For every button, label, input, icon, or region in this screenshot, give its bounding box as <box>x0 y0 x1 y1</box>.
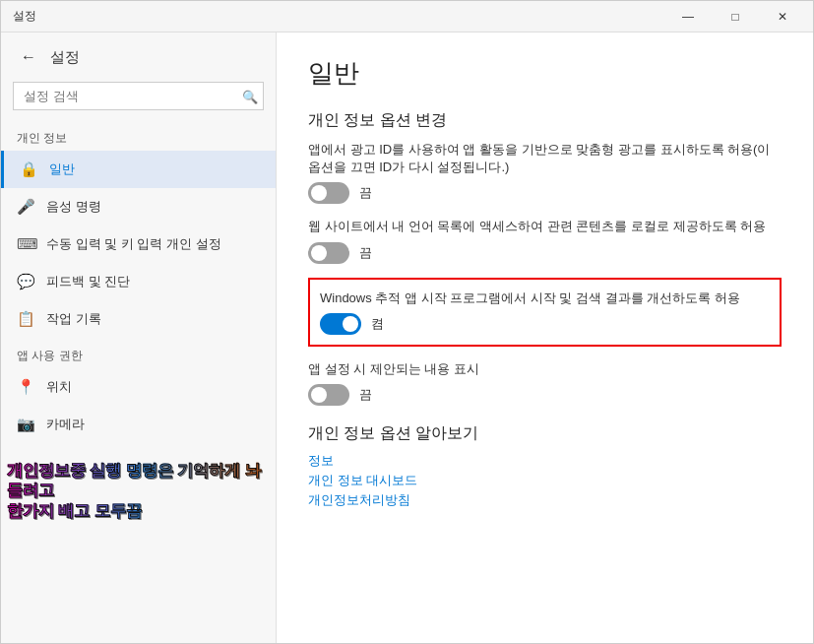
maximize-button[interactable]: □ <box>713 1 758 32</box>
setting-ad-id-description: 앱에서 광고 ID를 사용하여 앱 활동을 기반으로 맞춤형 광고를 표시하도록… <box>308 141 782 176</box>
lock-icon: 🔒 <box>20 161 37 178</box>
right-panel: 일반 개인 정보 옵션 변경 앱에서 광고 ID를 사용하여 앱 활동을 기반으… <box>277 32 813 643</box>
sidebar-item-feedback-label: 피드백 및 진단 <box>46 273 130 290</box>
sidebar-item-location-label: 위치 <box>46 378 72 396</box>
search-input[interactable] <box>13 82 264 110</box>
sidebar-title: 설정 <box>50 48 80 67</box>
search-icon[interactable]: 🔍 <box>242 89 258 103</box>
link-dashboard[interactable]: 개인 정보 대시보드 <box>308 472 782 489</box>
section-title-options: 개인 정보 옵션 변경 <box>308 110 782 131</box>
sidebar-item-input[interactable]: ⌨ 수동 입력 및 키 입력 개인 설정 <box>1 225 276 263</box>
link-info[interactable]: 정보 <box>308 452 782 470</box>
toggle-suggestions[interactable] <box>308 384 349 406</box>
link-statement[interactable]: 개인정보처리방침 <box>308 491 782 509</box>
setting-tracking-highlighted: Windows 추적 앱 시작 프로그램에서 시작 및 검색 결과를 개선하도록… <box>308 278 782 347</box>
sidebar-item-activity[interactable]: 📋 작업 기록 <box>1 300 276 338</box>
section-title-privacy-info: 개인 정보 옵션 알아보기 <box>308 423 782 444</box>
sidebar-item-location[interactable]: 📍 위치 <box>1 368 276 406</box>
camera-icon: 📷 <box>17 416 34 433</box>
overlay-line2: 한가지 배고 모두끔 <box>7 501 276 522</box>
setting-suggestions: 앱 설정 시 제안되는 내용 표시 끔 <box>308 360 782 406</box>
page-title: 일반 <box>308 56 782 91</box>
setting-tracking-description: Windows 추적 앱 시작 프로그램에서 시작 및 검색 결과를 개선하도록… <box>320 290 770 307</box>
main-content: ← 설정 🔍 개인 정보 🔒 일반 🎤 음성 명령 ⌨ 수동 입력 및 키 입력… <box>1 32 813 643</box>
location-icon: 📍 <box>17 378 34 396</box>
setting-language-description: 웹 사이트에서 내 언어 목록에 액세스하여 관련 콘텐츠를 로컬로 제공하도록… <box>308 218 782 235</box>
activity-icon: 📋 <box>17 310 34 328</box>
search-box: 🔍 <box>13 82 264 110</box>
toggle-row-2: 끔 <box>308 242 782 264</box>
close-button[interactable]: ✕ <box>760 1 805 32</box>
sidebar-item-feedback[interactable]: 💬 피드백 및 진단 <box>1 263 276 300</box>
sidebar-item-input-label: 수동 입력 및 키 입력 개인 설정 <box>46 235 221 253</box>
toggle-row-1: 끔 <box>308 182 782 204</box>
titlebar-controls: — □ ✕ <box>665 1 805 32</box>
minimize-button[interactable]: — <box>665 1 711 32</box>
feedback-icon: 💬 <box>17 273 34 290</box>
toggle-language[interactable] <box>308 242 349 264</box>
sidebar-item-general-label: 일반 <box>49 161 75 178</box>
sidebar-header: ← 설정 <box>1 32 276 74</box>
setting-ad-id: 앱에서 광고 ID를 사용하여 앱 활동을 기반으로 맞춤형 광고를 표시하도록… <box>308 141 782 204</box>
sidebar-item-camera[interactable]: 📷 카메라 <box>1 406 276 443</box>
sidebar-item-camera-label: 카메라 <box>46 416 85 433</box>
settings-window: 설정 — □ ✕ ← 설정 🔍 개인 정보 🔒 일반 🎤 음 <box>0 0 814 644</box>
sidebar-section-privacy: 개인 정보 <box>1 118 276 151</box>
sidebar-item-speech-label: 음성 명령 <box>46 198 101 216</box>
toggle-row-3: 켬 <box>320 313 770 335</box>
toggle-tracking-label: 켬 <box>371 315 384 333</box>
overlay-line1: 개인정보중 실행 명령은 기억하게 놔들려고 <box>7 461 276 502</box>
back-button[interactable]: ← <box>17 46 40 68</box>
overlay-annotation: 개인정보중 실행 명령은 기억하게 놔들려고 한가지 배고 모두끔 <box>7 461 276 522</box>
titlebar: 설정 — □ ✕ <box>1 1 813 32</box>
toggle-tracking[interactable] <box>320 313 361 335</box>
mic-icon: 🎤 <box>17 198 34 216</box>
setting-language: 웹 사이트에서 내 언어 목록에 액세스하여 관련 콘텐츠를 로컬로 제공하도록… <box>308 218 782 263</box>
toggle-suggestions-label: 끔 <box>359 386 372 404</box>
toggle-ad-id[interactable] <box>308 182 349 204</box>
sidebar-item-general[interactable]: 🔒 일반 <box>1 151 276 188</box>
keyboard-icon: ⌨ <box>17 235 34 253</box>
sidebar-item-activity-label: 작업 기록 <box>46 310 101 328</box>
toggle-ad-id-label: 끔 <box>359 184 372 202</box>
sidebar-item-speech[interactable]: 🎤 음성 명령 <box>1 188 276 225</box>
toggle-row-4: 끔 <box>308 384 782 406</box>
sidebar-section-app: 앱 사용 권한 <box>1 338 276 368</box>
setting-suggestions-description: 앱 설정 시 제안되는 내용 표시 <box>308 360 782 378</box>
toggle-language-label: 끔 <box>359 244 372 262</box>
sidebar: ← 설정 🔍 개인 정보 🔒 일반 🎤 음성 명령 ⌨ 수동 입력 및 키 입력… <box>1 32 277 643</box>
titlebar-title: 설정 <box>13 8 36 25</box>
